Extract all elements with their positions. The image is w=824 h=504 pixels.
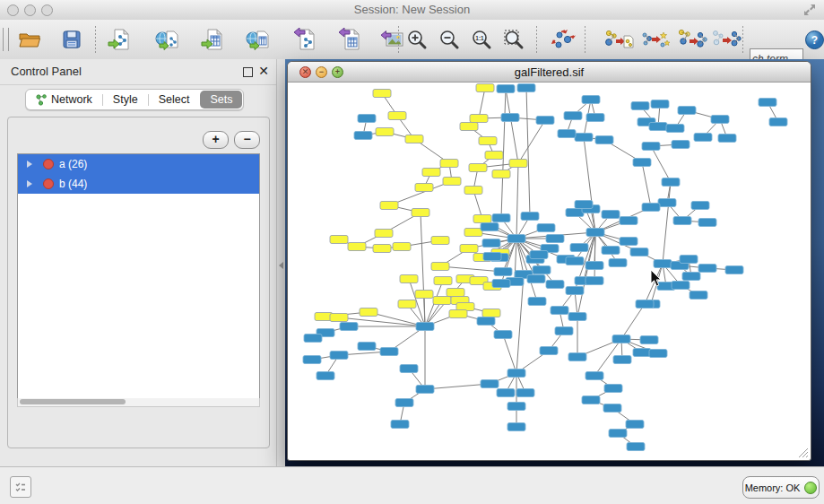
graph-node	[477, 317, 495, 326]
graph-node	[360, 308, 377, 317]
graph-node	[718, 135, 736, 143]
graph-node	[694, 134, 712, 142]
scrollbar-thumb[interactable]	[20, 399, 126, 404]
toolbar-separator	[398, 26, 399, 53]
remove-set-button[interactable]: −	[234, 131, 260, 149]
network-window-titlebar[interactable]: ✕ − + galFiltered.sif	[288, 62, 811, 83]
graph-node	[460, 123, 478, 131]
graph-node	[492, 170, 510, 178]
export-table-button[interactable]	[337, 27, 362, 52]
graph-node	[627, 443, 645, 451]
zoom-selected-button[interactable]	[501, 27, 526, 52]
import-table-file-button[interactable]	[200, 27, 225, 52]
graph-node	[633, 349, 651, 357]
clone-network-button[interactable]	[639, 27, 672, 52]
network-graph-canvas[interactable]	[289, 83, 810, 458]
graph-node	[604, 385, 622, 393]
set-row-a[interactable]: a (26)	[18, 154, 259, 174]
network-tab-icon	[36, 94, 48, 106]
graph-node	[340, 323, 358, 331]
import-table-web-button[interactable]	[245, 27, 270, 52]
graph-node	[620, 238, 638, 246]
fullscreen-icon[interactable]	[802, 3, 817, 17]
memory-status-button[interactable]: Memory: OK	[742, 476, 820, 499]
graph-node	[400, 275, 418, 283]
close-panel-icon[interactable]: ✕	[258, 64, 269, 78]
float-panel-icon[interactable]	[243, 67, 253, 77]
export-image-icon	[380, 29, 403, 50]
graph-node	[447, 289, 464, 297]
import-network-web-button[interactable]	[154, 27, 179, 52]
task-history-button[interactable]	[10, 476, 31, 498]
sets-list[interactable]: a (26) b (44)	[17, 153, 260, 399]
zoom-selected-icon	[503, 29, 525, 50]
toolbar-separator	[742, 26, 743, 53]
graph-node	[566, 257, 584, 265]
add-set-button[interactable]: +	[203, 131, 229, 149]
graph-node	[330, 236, 348, 244]
graph-node	[537, 224, 555, 232]
graph-node	[415, 184, 433, 192]
graph-node	[636, 300, 654, 308]
sets-groupbox: + − a (26) b (44)	[7, 117, 270, 448]
open-file-button[interactable]	[17, 27, 42, 52]
graph-node	[690, 291, 707, 300]
graph-node	[568, 353, 586, 361]
tab-select[interactable]: Select	[149, 90, 200, 109]
graph-node	[317, 372, 334, 380]
select-neighbors-button[interactable]	[676, 27, 708, 52]
apply-layout-button[interactable]	[551, 27, 576, 52]
graph-node	[698, 265, 716, 273]
graph-node	[516, 389, 534, 397]
graph-node	[412, 209, 429, 217]
zoom-fit-button[interactable]: 1:1	[469, 27, 494, 52]
hide-selected-button[interactable]	[710, 27, 742, 52]
zoom-out-button[interactable]	[437, 27, 462, 52]
new-network-from-selection-icon	[603, 28, 634, 51]
graph-node	[501, 114, 519, 122]
tab-sets[interactable]: Sets	[200, 91, 242, 109]
graph-node	[666, 125, 684, 133]
graph-node	[711, 116, 729, 124]
folder-icon	[18, 29, 41, 50]
tab-network[interactable]: Network	[26, 90, 102, 109]
graph-node	[585, 372, 603, 380]
graph-node	[473, 215, 491, 223]
help-icon: ?	[804, 30, 824, 50]
graph-node	[673, 217, 691, 225]
toolbar-separator	[95, 26, 96, 53]
tab-style[interactable]: Style	[103, 90, 148, 109]
zoom-in-button[interactable]	[404, 27, 429, 52]
control-panel-header: Control Panel ✕	[0, 59, 276, 85]
graph-node	[662, 178, 680, 187]
svg-text:?: ?	[811, 34, 817, 47]
floppy-disk-icon	[61, 29, 82, 50]
graph-node	[682, 273, 700, 281]
graph-node	[609, 259, 627, 267]
resize-grip-icon[interactable]	[796, 446, 809, 458]
export-image-button[interactable]	[379, 27, 404, 52]
graph-node	[416, 386, 434, 394]
new-network-from-selection-button[interactable]	[603, 27, 635, 52]
help-button[interactable]: ?	[802, 27, 824, 52]
save-session-button[interactable]	[59, 27, 84, 52]
graph-node	[566, 287, 584, 295]
expand-triangle-icon[interactable]	[27, 180, 32, 187]
toolbar-separator	[585, 26, 585, 53]
export-network-button[interactable]	[292, 27, 317, 52]
collapse-panel-icon[interactable]	[279, 262, 283, 269]
graph-node	[358, 343, 376, 351]
expand-triangle-icon[interactable]	[27, 161, 32, 168]
graph-node	[536, 117, 554, 125]
graph-node	[303, 356, 321, 364]
graph-node	[469, 164, 487, 172]
set-color-icon	[43, 178, 54, 189]
graph-node	[485, 152, 503, 160]
graph-node	[521, 213, 539, 221]
toolbar-drag-handle[interactable]	[3, 28, 9, 51]
graph-node	[680, 256, 698, 264]
graph-node	[642, 143, 660, 151]
set-row-b[interactable]: b (44)	[18, 174, 259, 194]
horizontal-scrollbar[interactable]	[17, 398, 260, 407]
import-network-file-button[interactable]	[107, 27, 132, 52]
